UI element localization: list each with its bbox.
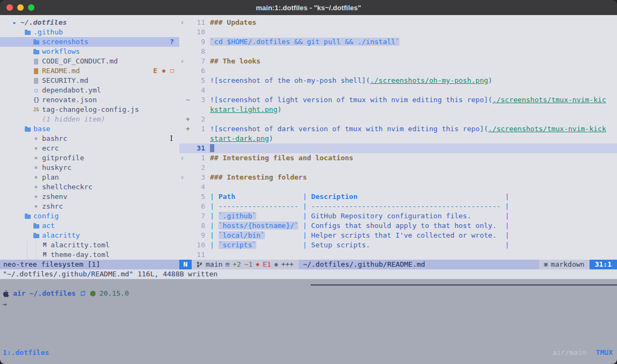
tree-item-bashrc[interactable]: ∗bashrcI	[0, 134, 179, 144]
fold-column	[179, 27, 185, 37]
editor-line[interactable]: 9`cd $HOME/.dotfiles && git pull && ./in…	[179, 37, 617, 47]
tree-item-config[interactable]: config	[0, 211, 179, 221]
sign-column	[185, 27, 191, 37]
sign-column	[185, 134, 191, 144]
prompt-arrow[interactable]: →	[3, 299, 7, 309]
window-title: main:1:.dotfiles - "ks~/.dotfiles"	[0, 4, 617, 12]
fold-open-icon[interactable]: ∨	[179, 18, 185, 27]
sign-column	[185, 76, 191, 85]
editor-line[interactable]: ∨1## Interesting files and locations	[179, 153, 617, 163]
line-number	[191, 105, 205, 115]
tree-item-theme-day.toml[interactable]: Mtheme-day.toml	[0, 250, 179, 260]
syntax-segment-t: Helper scripts that I've collected or wr…	[311, 231, 505, 239]
line-text: | `hosts/{hostname}/` | Configs that sho…	[210, 221, 617, 231]
editor-line[interactable]: 8	[179, 47, 617, 56]
editor-line[interactable]: 10	[179, 27, 617, 37]
tree-item-base[interactable]: base	[0, 124, 179, 134]
editor-line[interactable]: 7| `.github` | GitHub Repository configu…	[179, 211, 617, 221]
syntax-segment-h: ## Interesting files and locations	[210, 154, 353, 162]
tree-item-workflows[interactable]: workflows	[0, 47, 179, 56]
editor-cursor-line[interactable]: 31	[179, 144, 617, 153]
star-icon: ∗	[32, 144, 40, 153]
editor-line[interactable]: 2	[179, 163, 617, 173]
line-number: 5	[191, 192, 205, 202]
tree-item-1hiddenitem[interactable]: (1 hidden item)	[0, 115, 179, 124]
file-icon	[32, 59, 40, 65]
tree-item-shellcheckrc[interactable]: ∗shellcheckrc	[0, 182, 179, 192]
line-text: ![screenshot of dark version of tmux wit…	[210, 124, 617, 134]
syntax-segment-p: |	[303, 222, 311, 230]
editor-line[interactable]: start-dark.png)	[179, 134, 617, 144]
tree-item-act[interactable]: act	[0, 221, 179, 231]
editor-line[interactable]: ~3![screenshot of light version of tmux …	[179, 95, 617, 105]
tmux-window-name[interactable]: 1:.dotfiles	[3, 348, 49, 358]
tree-item-label: README.md	[42, 66, 80, 76]
syntax-segment-p: |	[303, 192, 311, 201]
syntax-segment-p: | ------------------- | ----------------…	[210, 202, 509, 210]
line-number: 3	[191, 95, 205, 105]
syntax-segment-t	[357, 192, 505, 201]
syntax-segment-t: ![screenshot of light version of tmux wi…	[210, 96, 492, 104]
minimize-button[interactable]	[17, 4, 24, 11]
line-text	[210, 47, 617, 56]
tree-item-alacritty.toml[interactable]: Malacritty.toml	[0, 240, 179, 250]
fold-column	[179, 221, 185, 231]
tree-item-alacritty[interactable]: alacritty	[0, 231, 179, 240]
line-number: 1	[191, 124, 205, 134]
tree-item-.github[interactable]: .github	[0, 27, 179, 37]
line-text: ## Interesting files and locations	[210, 153, 617, 163]
editor-line[interactable]: kstart-light.png)	[179, 105, 617, 115]
fold-open-icon[interactable]: ∨	[179, 153, 185, 163]
tree-item-renovate.json[interactable]: {}renovate.json	[0, 95, 179, 105]
editor-line[interactable]: 8| `hosts/{hostname}/` | Configs that sh…	[179, 221, 617, 231]
folder-icon	[32, 49, 40, 54]
command-line: "~/.dotfiles/.github/README.md" 116L, 44…	[0, 269, 617, 279]
editor-line[interactable]: 4	[179, 85, 617, 95]
line-text: ### Updates	[210, 18, 617, 27]
star-icon: ∗	[32, 202, 40, 211]
editor-line[interactable]: 5| Path | Description |	[179, 192, 617, 202]
tree-item-ecrc[interactable]: ∗ecrc	[0, 144, 179, 153]
editor-line[interactable]: ∨7## The looks	[179, 56, 617, 66]
tree-item-dependabot.yml[interactable]: ○dependabot.yml	[0, 85, 179, 95]
tree-item-readme.md[interactable]: README.mdE●□	[0, 66, 179, 76]
tree-item-tag-changelog-config.js[interactable]: JStag-changelog-config.js	[0, 105, 179, 115]
editor-line[interactable]: 6| ------------------- | ---------------…	[179, 202, 617, 211]
tree-item-plan[interactable]: ∗plan	[0, 173, 179, 182]
fold-column	[179, 37, 185, 47]
line-number: 10	[191, 27, 205, 37]
git-mark-e: E	[153, 66, 158, 76]
tree-item-security.md[interactable]: SECURITY.md	[0, 76, 179, 85]
line-text: ## The looks	[210, 56, 617, 66]
tree-item-code_of_conduct.md[interactable]: CODE_OF_CONDUCT.md	[0, 56, 179, 66]
tree-item-.dotfiles[interactable]: ▸~/.dotfiles	[0, 18, 179, 27]
node-version: 20.15.0	[100, 289, 129, 298]
syntax-segment-t: Configs that should apply to that host o…	[311, 222, 505, 230]
tree-item-gitprofile[interactable]: ∗gitprofile	[0, 153, 179, 163]
zoom-button[interactable]	[28, 4, 34, 11]
editor-line[interactable]: +1![screenshot of dark version of tmux w…	[179, 124, 617, 134]
fold-open-icon[interactable]: ∨	[179, 173, 185, 182]
editor-line[interactable]: 5![screenshot of the oh-my-posh shell](.…	[179, 76, 617, 85]
tree-item-zshenv[interactable]: ∗zshenv	[0, 192, 179, 202]
line-text	[210, 182, 617, 192]
editor-line[interactable]: 9| `local/bin` | Helper scripts that I'v…	[179, 231, 617, 240]
line-text: | `local/bin` | Helper scripts that I've…	[210, 231, 617, 240]
tree-item-zshrc[interactable]: ∗zshrc	[0, 202, 179, 211]
editor-line[interactable]: ∨3### Interesting folders	[179, 173, 617, 182]
editor-line[interactable]: 10| `scripts` | Setup scripts. |	[179, 240, 617, 250]
line-number: 6	[191, 202, 205, 211]
line-number: 6	[191, 66, 205, 76]
editor-line[interactable]: 11	[179, 250, 617, 260]
tree-item-screenshots[interactable]: screenshots?	[0, 37, 179, 47]
line-text	[210, 163, 617, 173]
editor-line[interactable]: ∨11### Updates	[179, 18, 617, 27]
editor-line[interactable]: 6	[179, 66, 617, 76]
fold-column	[179, 231, 185, 240]
editor-line[interactable]: 4	[179, 182, 617, 192]
syntax-segment-code: `hosts/{hostname}/`	[219, 222, 299, 230]
tree-item-huskyrc[interactable]: ∗huskyrc	[0, 163, 179, 173]
editor-line[interactable]: +2	[179, 115, 617, 124]
fold-open-icon[interactable]: ∨	[179, 56, 185, 66]
close-button[interactable]	[6, 4, 13, 11]
